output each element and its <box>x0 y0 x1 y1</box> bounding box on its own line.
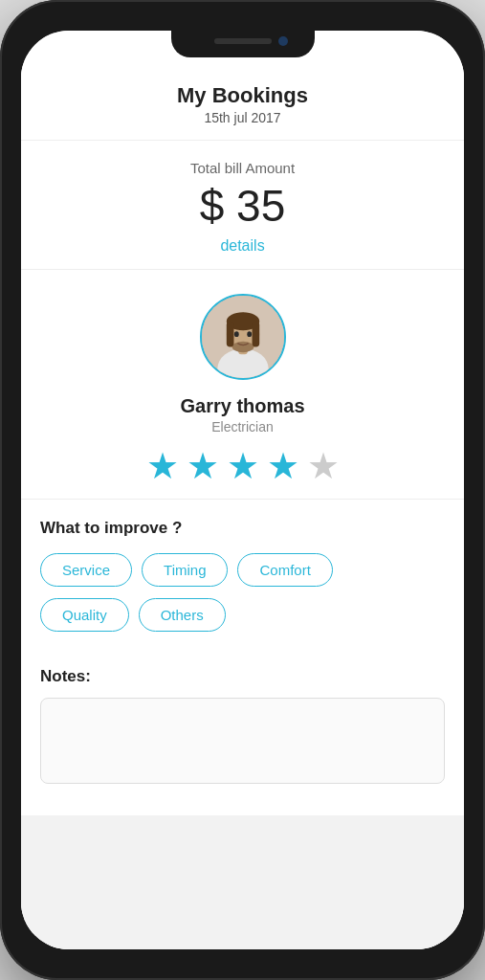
star-2[interactable]: ★ <box>187 448 219 484</box>
speaker <box>214 38 272 44</box>
bill-section: Total bill Amount $ 35 details <box>21 141 464 270</box>
review-section: What to improve ? Service Timing Comfort… <box>21 500 464 653</box>
star-5[interactable]: ★ <box>307 448 340 484</box>
phone-screen: My Bookings 15th jul 2017 Total bill Amo… <box>21 31 464 949</box>
tags-row-2: Quality Others <box>40 598 445 632</box>
page-title: My Bookings <box>40 83 445 108</box>
provider-role: Electrician <box>40 419 445 434</box>
details-link[interactable]: details <box>40 237 445 255</box>
notes-input[interactable] <box>40 698 445 784</box>
tags-row-1: Service Timing Comfort <box>40 553 445 587</box>
star-rating: ★ ★ ★ ★ ★ <box>40 448 445 484</box>
svg-point-10 <box>231 342 254 352</box>
provider-section: Garry thomas Electrician ★ ★ ★ ★ ★ <box>21 270 464 500</box>
improve-question: What to improve ? <box>40 519 445 538</box>
provider-name: Garry thomas <box>40 395 445 417</box>
tag-service[interactable]: Service <box>40 553 132 587</box>
svg-point-8 <box>233 331 238 337</box>
avatar <box>200 294 286 380</box>
screen-content: My Bookings 15th jul 2017 Total bill Amo… <box>21 31 464 949</box>
header-section: My Bookings 15th jul 2017 <box>21 64 464 141</box>
star-1[interactable]: ★ <box>146 448 179 484</box>
avatar-image <box>202 296 284 378</box>
booking-date: 15th jul 2017 <box>40 110 445 125</box>
notes-section: Notes: <box>21 653 464 815</box>
star-4[interactable]: ★ <box>267 448 299 484</box>
star-3[interactable]: ★ <box>227 448 259 484</box>
svg-rect-6 <box>226 322 233 347</box>
notes-label: Notes: <box>40 667 445 686</box>
tag-timing[interactable]: Timing <box>142 553 228 587</box>
svg-point-9 <box>247 331 252 337</box>
svg-rect-7 <box>252 322 259 347</box>
camera <box>278 36 288 46</box>
tag-comfort[interactable]: Comfort <box>237 553 332 587</box>
tag-others[interactable]: Others <box>139 598 226 632</box>
phone-frame: My Bookings 15th jul 2017 Total bill Amo… <box>0 0 485 980</box>
tag-quality[interactable]: Quality <box>40 598 129 632</box>
bottom-area <box>21 815 464 949</box>
notch <box>171 31 315 57</box>
bill-amount: $ 35 <box>40 180 445 232</box>
bill-label: Total bill Amount <box>40 160 445 176</box>
